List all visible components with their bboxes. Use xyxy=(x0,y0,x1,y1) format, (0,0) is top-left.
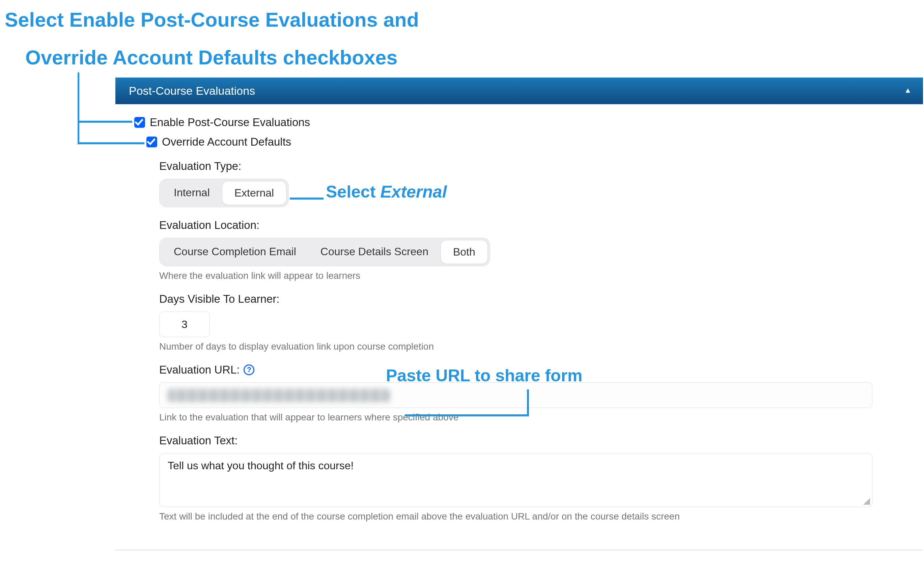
resize-grip-icon[interactable] xyxy=(863,498,870,505)
override-account-defaults-label: Override Account Defaults xyxy=(162,136,291,148)
evaluation-url-redacted xyxy=(168,389,390,402)
evaluation-type-external[interactable]: External xyxy=(222,181,286,205)
evaluation-location-email[interactable]: Course Completion Email xyxy=(162,240,308,264)
evaluation-url-input[interactable] xyxy=(159,382,872,408)
evaluation-type-internal[interactable]: Internal xyxy=(162,181,222,205)
annotation-connector xyxy=(290,197,324,200)
panel-header-post-course-evaluations[interactable]: Post-Course Evaluations ▲ xyxy=(116,78,923,104)
evaluation-location-segmented: Course Completion Email Course Details S… xyxy=(159,238,490,266)
collapse-caret-icon: ▲ xyxy=(904,86,912,95)
help-icon[interactable]: ? xyxy=(244,365,254,375)
evaluation-location-details[interactable]: Course Details Screen xyxy=(308,240,441,264)
annotation-connector xyxy=(78,72,79,144)
annotation-paste-url: Paste URL to share form xyxy=(386,366,583,385)
annotation-select-external: Select External xyxy=(326,182,447,202)
override-account-defaults-checkbox[interactable] xyxy=(146,136,157,147)
evaluation-location-help: Where the evaluation link will appear to… xyxy=(159,271,897,281)
annotation-heading-line1: Select Enable Post-Course Evaluations an… xyxy=(5,7,419,33)
days-visible-label: Days Visible To Learner: xyxy=(159,293,897,305)
annotation-select-external-italic: External xyxy=(380,182,447,201)
evaluation-text-label: Evaluation Text: xyxy=(159,434,897,447)
enable-post-course-evaluations-label: Enable Post-Course Evaluations xyxy=(150,116,310,129)
panel-title: Post-Course Evaluations xyxy=(129,84,255,97)
enable-post-course-evaluations-checkbox[interactable] xyxy=(134,117,145,128)
panel-bottom-border xyxy=(116,550,923,550)
evaluation-text-help: Text will be included at the end of the … xyxy=(159,511,897,522)
evaluation-text-value: Tell us what you thought of this course! xyxy=(168,459,354,472)
evaluation-text-textarea[interactable]: Tell us what you thought of this course! xyxy=(159,453,872,507)
evaluation-location-both[interactable]: Both xyxy=(441,240,488,264)
annotation-connector xyxy=(405,414,529,416)
annotation-connector xyxy=(78,121,132,123)
annotation-heading-line2: Override Account Defaults checkboxes xyxy=(25,45,398,71)
days-visible-input[interactable] xyxy=(159,311,210,337)
evaluation-type-label: Evaluation Type: xyxy=(159,160,897,173)
days-visible-help: Number of days to display evaluation lin… xyxy=(159,341,897,352)
evaluation-location-label: Evaluation Location: xyxy=(159,219,897,232)
annotation-select-external-prefix: Select xyxy=(326,182,380,201)
annotation-connector xyxy=(527,389,529,416)
evaluation-url-label-text: Evaluation URL: xyxy=(159,363,240,376)
evaluation-type-segmented: Internal External xyxy=(159,179,289,207)
